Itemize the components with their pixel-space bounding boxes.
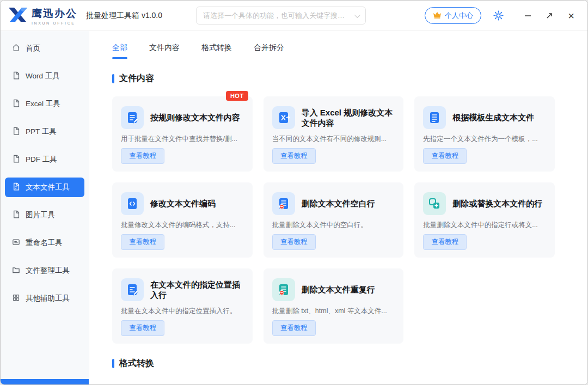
card-delete-blank-lines[interactable]: 删除文本文件空白行 批量删除文本文件中的空白行。 查看教程 (264, 182, 404, 258)
tab-all[interactable]: 全部 (112, 43, 127, 59)
view-tutorial-button[interactable]: 查看教程 (423, 148, 467, 164)
logo-x-icon (8, 6, 28, 26)
view-tutorial-button[interactable]: 查看教程 (423, 234, 467, 250)
pdf-tools-icon (12, 155, 20, 164)
section-accent-bar (112, 359, 114, 368)
doc-delete-blank-lines-icon (272, 192, 295, 215)
section-header-file-content: 文件内容 (112, 73, 555, 84)
view-tutorial-button[interactable]: 查看教程 (121, 148, 164, 164)
view-tutorial-button[interactable]: 查看教程 (121, 234, 164, 250)
app-logo: 鹰迅办公 INXUN OFFICE (8, 6, 77, 26)
excel-tools-icon (12, 99, 20, 109)
close-button[interactable]: × (560, 5, 582, 27)
card-description: 批量删除文本文件中的空白行。 (272, 221, 395, 230)
home-icon (12, 44, 20, 53)
excel-import-icon (272, 106, 295, 129)
card-description: 批量修改文本文件的编码格式，支持... (121, 221, 244, 230)
tab-file-content[interactable]: 文件内容 (149, 43, 180, 59)
view-tutorial-button[interactable]: 查看教程 (121, 320, 164, 336)
main-content: 全部 文件内容 格式转换 合并拆分 文件内容 HOT 按规则修改文本文件 (89, 31, 587, 384)
tab-merge-split[interactable]: 合并拆分 (254, 43, 284, 59)
section-accent-bar (112, 74, 114, 83)
settings-gear-icon[interactable] (493, 10, 504, 21)
file-organize-tools-icon (12, 266, 20, 276)
view-tutorial-button[interactable]: 查看教程 (272, 148, 316, 164)
card-modify-by-rule[interactable]: HOT 按规则修改文本文件内容 用于批量在文件文件中查找并替换/删... 查看教… (112, 96, 253, 172)
function-search-select[interactable]: 请选择一个具体的功能，也可输入关键字搜索！ (196, 7, 366, 25)
hot-badge: HOT (226, 91, 248, 101)
ppt-tools-icon (12, 127, 20, 137)
crown-icon (433, 11, 442, 20)
word-tools-icon (12, 71, 20, 81)
sidebar-bottom-bar (1, 379, 89, 384)
sidebar-item-file-organize-tools[interactable]: 文件整理工具 (5, 261, 84, 280)
card-description: 当不同的文本文件有不同的修改规则... (272, 135, 395, 144)
sidebar-item-rename-tools[interactable]: 重命名工具 (5, 233, 84, 253)
category-tabs: 全部 文件内容 格式转换 合并拆分 (112, 43, 555, 59)
card-template-generate[interactable]: 根据模板生成文本文件 先指定一个文本文件作为一个模板，... 查看教程 (414, 96, 555, 172)
doc-replace-lines-icon (423, 192, 446, 215)
card-delete-replace-lines[interactable]: 删除或替换文本文件的行 批量删除文本文件中的指定行或将文... 查看教程 (414, 182, 555, 258)
card-description: 先指定一个文本文件作为一个模板，... (423, 135, 546, 144)
sidebar-item-word-tools[interactable]: Word 工具 (5, 66, 84, 86)
app-window: 鹰迅办公 INXUN OFFICE 批量处理工具箱 v1.0.0 请选择一个具体… (0, 0, 588, 385)
card-modify-encoding[interactable]: 修改文本文件编码 批量修改文本文件的编码格式，支持... 查看教程 (112, 182, 253, 258)
card-description: 用于批量在文件文件中查找并替换/删... (121, 135, 244, 144)
doc-encoding-icon (121, 192, 144, 215)
user-center-button[interactable]: 个人中心 (425, 7, 481, 24)
sidebar-item-other-tools[interactable]: 其他辅助工具 (5, 289, 84, 308)
doc-dedupe-icon (272, 278, 295, 301)
top-bar: 鹰迅办公 INXUN OFFICE 批量处理工具箱 v1.0.0 请选择一个具体… (1, 1, 587, 31)
minimize-button[interactable] (517, 5, 538, 27)
sidebar-item-image-tools[interactable]: 图片工具 (5, 205, 84, 225)
doc-template-icon (423, 106, 446, 129)
sidebar-item-pdf-tools[interactable]: PDF 工具 (5, 150, 84, 169)
sidebar-item-excel-tools[interactable]: Excel 工具 (5, 94, 84, 114)
chevron-down-icon (354, 11, 360, 17)
window-title: 批量处理工具箱 v1.0.0 (86, 11, 162, 21)
card-excel-rule-modify[interactable]: 导入 Excel 规则修改文本文件内容 当不同的文本文件有不同的修改规则... … (264, 96, 404, 172)
sidebar: 首页 Word 工具 Excel 工具 PPT 工具 PDF 工具 文本文件工具 (1, 31, 89, 384)
card-insert-lines[interactable]: 在文本文件的指定位置插入行 批量在文本文件中的指定位置插入行。 查看教程 (112, 268, 253, 344)
rename-tools-icon (12, 238, 20, 248)
view-tutorial-button[interactable]: 查看教程 (272, 320, 316, 336)
view-tutorial-button[interactable]: 查看教程 (272, 234, 316, 250)
sidebar-item-ppt-tools[interactable]: PPT 工具 (5, 122, 84, 142)
tab-format-convert[interactable]: 格式转换 (201, 43, 232, 59)
maximize-button[interactable] (538, 5, 560, 27)
app-name: 鹰迅办公 (32, 7, 77, 21)
app-subtitle: INXUN OFFICE (32, 21, 77, 25)
text-file-tools-icon (12, 182, 20, 192)
sidebar-item-home[interactable]: 首页 (5, 39, 84, 58)
user-center-label: 个人中心 (445, 11, 473, 21)
tool-card-grid: HOT 按规则修改文本文件内容 用于批量在文件文件中查找并替换/删... 查看教… (112, 96, 555, 344)
card-description: 批量删除 txt、html、xml 等文本文件... (272, 307, 395, 316)
doc-insert-line-icon (121, 278, 144, 301)
doc-edit-icon (121, 106, 144, 129)
card-description: 批量在文本文件中的指定位置插入行。 (121, 307, 244, 316)
section-header-format-convert: 格式转换 (112, 358, 555, 369)
image-tools-icon (12, 210, 20, 220)
search-placeholder: 请选择一个具体的功能，也可输入关键字搜索！ (203, 11, 350, 21)
card-description: 批量删除文本文件中的指定行或将文... (423, 221, 546, 230)
other-tools-icon (12, 294, 20, 303)
card-delete-duplicate-lines[interactable]: 删除文本文件重复行 批量删除 txt、html、xml 等文本文件... 查看教… (264, 268, 404, 344)
sidebar-item-text-file-tools[interactable]: 文本文件工具 (5, 178, 84, 197)
